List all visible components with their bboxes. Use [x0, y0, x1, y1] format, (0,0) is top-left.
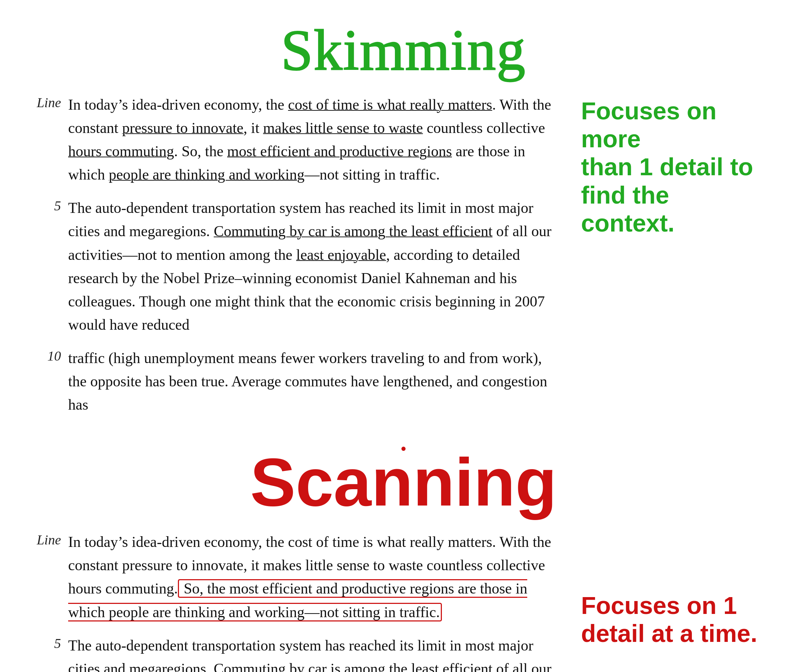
underline-commuting-by-car: Commuting by car is among the least effi…	[214, 223, 492, 239]
scanning-sidebar-text: Focuses on 1 detail at a time.	[581, 591, 767, 647]
line-label-5: 5	[29, 196, 61, 336]
skimming-sidebar-line3: find the context.	[581, 181, 675, 237]
scanning-boxed-text: So, the most efficient and productive re…	[68, 579, 527, 621]
scanning-sidebar-line2: detail at a time.	[581, 620, 757, 647]
scanning-text-column: Line In today’s idea-driven economy, the…	[29, 530, 560, 672]
skimming-para1-text: In today’s idea-driven economy, the cost…	[68, 93, 560, 186]
underline-makes-little-sense: makes little sense to waste	[263, 120, 423, 136]
skimming-title: Skimming	[29, 22, 778, 79]
skimming-sidebar-line1: Focuses on more	[581, 97, 717, 152]
skimming-paragraph-2: 5 The auto-dependent transportation syst…	[29, 196, 560, 336]
underline-least-enjoyable: least enjoyable	[296, 247, 386, 263]
scanning-section: Scanning Line In today’s idea-driven eco…	[29, 448, 778, 672]
underline-most-efficient: most efficient and productive regions	[227, 143, 452, 159]
line-label-10: 10	[29, 347, 61, 417]
line-label-line: Line	[29, 93, 61, 186]
skimming-section: Skimming Line In today’s idea-driven eco…	[29, 22, 778, 427]
scanning-para2-text: The auto-dependent transportation system…	[68, 634, 560, 672]
scanning-title: Scanning	[29, 448, 778, 516]
scanning-sidebar-line1: Focuses on 1	[581, 592, 737, 619]
skimming-paragraph-1: Line In today’s idea-driven economy, the…	[29, 93, 560, 186]
skimming-para2-text: The auto-dependent transportation system…	[68, 196, 560, 336]
skimming-sidebar-text: Focuses on more than 1 detail to find th…	[581, 97, 767, 237]
skimming-sidebar: Focuses on more than 1 detail to find th…	[581, 93, 767, 427]
skimming-sidebar-line2: than 1 detail to	[581, 153, 753, 180]
scanning-para1-text: In today’s idea-driven economy, the cost…	[68, 530, 560, 624]
skimming-text-column: Line In today’s idea-driven economy, the…	[29, 93, 560, 427]
scanning-line-label-5: 5	[29, 634, 61, 672]
scanning-line-label-line: Line	[29, 530, 61, 624]
skimming-para3-text: traffic (high unemployment means fewer w…	[68, 347, 560, 417]
scanning-sidebar: Focuses on 1 detail at a time.	[581, 530, 767, 672]
underline-people-thinking: people are thinking and working	[109, 166, 304, 183]
scanning-paragraph-1: Line In today’s idea-driven economy, the…	[29, 530, 560, 624]
underline-hours-commuting: hours commuting	[68, 143, 174, 159]
underline-cost-of-time: cost of time is what really matters	[288, 96, 492, 113]
skimming-paragraph-3: 10 traffic (high unemployment means fewe…	[29, 347, 560, 417]
underline-pressure-to-innovate: pressure to innovate	[122, 120, 243, 136]
scanning-paragraph-2: 5 The auto-dependent transportation syst…	[29, 634, 560, 672]
